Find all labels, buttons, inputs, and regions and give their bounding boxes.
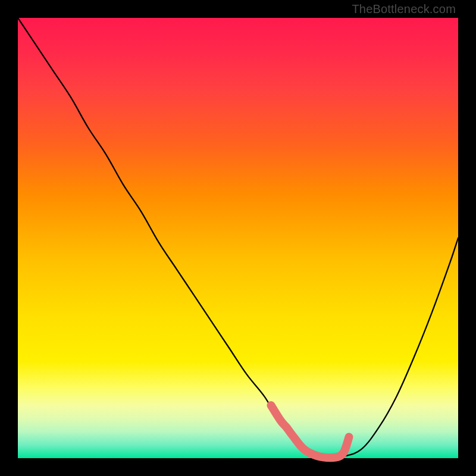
- watermark-text: TheBottleneck.com: [352, 2, 456, 16]
- curve-plot: [18, 18, 458, 458]
- valley-highlight: [271, 405, 349, 458]
- bottleneck-curve: [18, 18, 458, 458]
